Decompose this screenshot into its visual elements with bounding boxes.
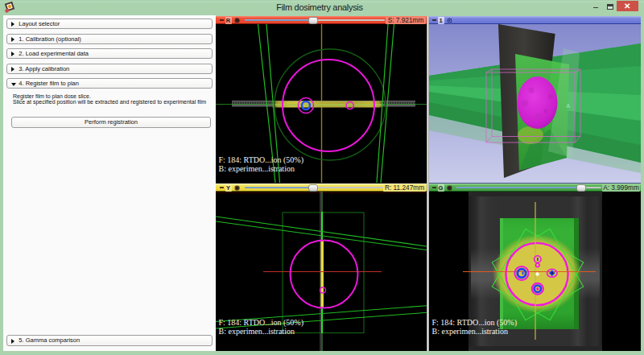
svg-text:A: A	[567, 103, 571, 109]
